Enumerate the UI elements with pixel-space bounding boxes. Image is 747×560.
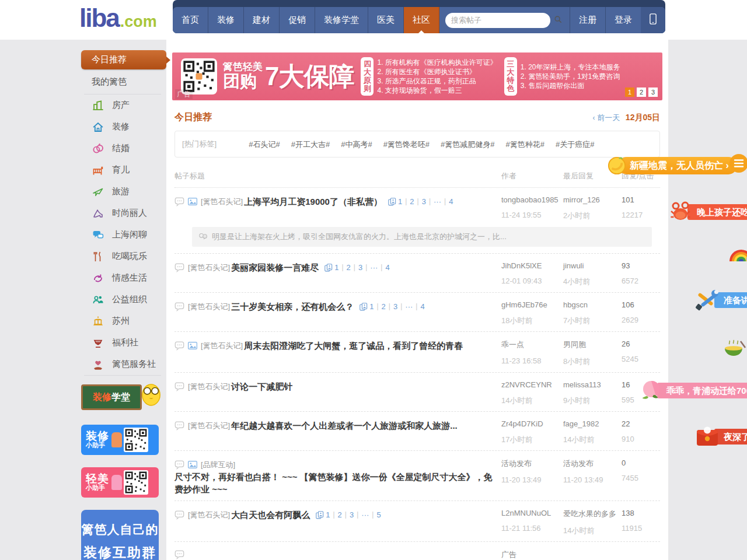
sidebar-item-公益组织[interactable]: 公益组织 <box>76 289 167 310</box>
hot-tag[interactable]: #开工大吉# <box>291 140 330 149</box>
last-reply-name[interactable]: 活动发布 <box>563 459 622 469</box>
post-title-link[interactable]: 美丽家园装修一言难尽 <box>231 261 319 274</box>
page-link[interactable]: 4 <box>385 261 389 274</box>
notice-peach[interactable]: 乖乖，青浦动迁给700万 <box>640 379 747 402</box>
author-name[interactable]: tongbaobao1985 <box>501 195 563 204</box>
page-link[interactable]: 1 <box>326 509 330 521</box>
sidebar-item-时尚丽人[interactable]: 时尚丽人 <box>76 202 167 224</box>
last-reply-name[interactable]: melissa113 <box>563 380 622 389</box>
page-link[interactable]: 2 <box>338 509 342 521</box>
page-title: 今日推荐 <box>174 111 212 124</box>
hot-tag[interactable]: #篱笆种花# <box>506 140 544 149</box>
page-link[interactable]: 3 <box>393 300 397 313</box>
ad-page-dot[interactable]: 1 <box>625 88 634 97</box>
hot-tag[interactable]: #中高考# <box>341 140 372 149</box>
page-link[interactable]: 4 <box>420 300 424 313</box>
page-link[interactable]: 5 <box>376 509 381 521</box>
page-link[interactable]: ··· <box>405 300 413 313</box>
post-title-link[interactable]: 三十岁美女相亲，还有机会么？ <box>231 300 354 313</box>
sidebar-item-情感生活[interactable]: 情感生活 <box>76 267 167 289</box>
sidebar-item-福利社[interactable]: 福利社 <box>76 332 167 354</box>
sidebar-item-today[interactable]: 今日推荐 <box>81 50 166 69</box>
author-name[interactable]: 乖一点 <box>501 340 563 350</box>
sidebar-item-育儿[interactable]: 育儿 <box>76 159 167 181</box>
nav-item-装修学堂[interactable]: 装修学堂 <box>315 7 368 33</box>
sidebar-item-my-liba[interactable]: 我的篱笆 <box>76 69 167 94</box>
mobile-app-button[interactable] <box>641 7 665 33</box>
page-link[interactable]: 2 <box>410 195 414 208</box>
page-link[interactable]: ··· <box>434 195 441 208</box>
last-reply-name[interactable]: 爱吃水果的多多 <box>563 509 622 519</box>
post-title-link[interactable]: 周末去阳澄湖吃了大闸蟹，逛了诚品，看到了曾经的青春 <box>244 340 463 352</box>
author-name[interactable]: 广告 <box>501 550 563 560</box>
sidebar-item-label: 上海闲聊 <box>112 229 147 240</box>
last-reply-name[interactable]: jinwuli <box>563 261 622 270</box>
nav-item-建材[interactable]: 建材 <box>244 7 280 33</box>
notice-bag[interactable]: 夜深了 <box>694 425 747 448</box>
post-title-link[interactable]: 尺寸不对，再好看也白搭！ ~~~ 【篱笆装修】送你一份《全屋定制尺寸大全》，免费… <box>174 471 493 495</box>
soup-float[interactable] <box>721 337 747 360</box>
last-reply-name[interactable]: mirror_126 <box>563 195 622 204</box>
sidebar-item-篱笆服务社[interactable]: 篱笆服务社 <box>76 354 167 375</box>
last-reply-name[interactable]: fage_1982 <box>563 419 622 428</box>
sidebar-item-旅游[interactable]: 旅游 <box>76 181 167 202</box>
notice-tools[interactable]: 准备讲 <box>694 288 747 312</box>
author-name[interactable]: 活动发布 <box>501 459 563 469</box>
prev-day-link[interactable]: ‹ 前一天 <box>593 113 620 122</box>
hot-tag[interactable]: #石头记# <box>249 140 280 149</box>
page-link[interactable]: 2 <box>382 300 386 313</box>
top-ad-banner[interactable]: 篱笆轻美 团购 7大保障 四大原则 1. 所有机构有《医疗机构执业许可证》2. … <box>172 52 662 100</box>
post-title-link[interactable]: 年纪越大越喜欢一个人出差或者一个人旅游或和家人旅游... <box>231 419 458 432</box>
menu-fab[interactable] <box>729 153 747 173</box>
page-link[interactable]: 4 <box>449 195 453 208</box>
post-title-link[interactable]: 讨论一下减肥针 <box>231 380 292 393</box>
hot-tag[interactable]: #篱笆减肥健身# <box>441 140 494 149</box>
site-logo[interactable]: liba .com <box>79 4 157 33</box>
ad-page-dot[interactable]: 3 <box>648 88 658 97</box>
sidebar-item-房产[interactable]: 房产 <box>76 94 167 116</box>
login-button[interactable]: 登录 <box>605 7 641 33</box>
post-title-link[interactable]: 大白天也会有阿飘么 <box>231 509 310 521</box>
nav-item-促销[interactable]: 促销 <box>280 7 315 33</box>
author-name[interactable]: Zr4p4D7KiD <box>501 419 563 428</box>
promo-qingmei-helper[interactable]: 轻美小助手 <box>81 467 159 498</box>
page-link[interactable]: 3 <box>358 261 362 274</box>
last-reply-name[interactable]: 男同胞 <box>563 340 622 350</box>
page-link[interactable]: 2 <box>347 261 351 274</box>
promo-school[interactable]: 装修学堂 <box>81 382 159 412</box>
page-link[interactable]: ··· <box>361 509 369 521</box>
hot-tag[interactable]: #关于癌症# <box>556 140 594 149</box>
page-link[interactable]: 3 <box>350 509 354 521</box>
nav-item-装修[interactable]: 装修 <box>208 7 244 33</box>
nav-item-社区[interactable]: 社区 <box>404 7 439 33</box>
search-input[interactable] <box>451 16 554 24</box>
notice-news[interactable]: 新疆地震，无人员伤亡 › <box>608 156 737 175</box>
page-link[interactable]: 3 <box>422 195 426 208</box>
page-link[interactable]: 1 <box>398 195 402 208</box>
post-title-link[interactable]: 上海平均月工资19000了（非私营） <box>244 195 382 208</box>
page-link[interactable]: ··· <box>370 261 378 274</box>
author-name[interactable]: gHm6JEb76e <box>501 300 563 309</box>
last-reply-name[interactable]: hbgscn <box>563 300 622 309</box>
page-link[interactable]: 1 <box>369 300 374 313</box>
page-link[interactable]: 1 <box>334 261 338 274</box>
nav-item-首页[interactable]: 首页 <box>173 7 208 33</box>
sidebar-item-上海闲聊[interactable]: 上海闲聊 <box>76 224 167 246</box>
sidebar-item-装修[interactable]: 装修 <box>76 116 167 138</box>
ad-page-dot[interactable]: 2 <box>637 88 646 97</box>
post-title-cell: [篱笆石头记]年纪越大越喜欢一个人出差或者一个人旅游或和家人旅游... <box>174 419 501 432</box>
author-name[interactable]: JihDnK5lXE <box>501 261 563 270</box>
sidebar-item-吃喝玩乐[interactable]: 吃喝玩乐 <box>76 246 167 267</box>
rainbow-float[interactable] <box>728 246 747 262</box>
register-button[interactable]: 注册 <box>570 7 605 33</box>
nav-item-医美[interactable]: 医美 <box>368 7 404 33</box>
sidebar-item-苏州[interactable]: 苏州 <box>76 310 167 332</box>
search-icon[interactable] <box>554 15 562 26</box>
sidebar-item-结婚[interactable]: 结婚 <box>76 138 167 159</box>
hot-tag[interactable]: #篱笆馋老呸# <box>383 140 430 149</box>
promo-zhuangxiu-helper[interactable]: 装修小助手 <box>81 425 159 455</box>
notice-crab[interactable]: 晚上孩子还吃 <box>669 201 747 222</box>
promo-group[interactable]: 篱笆人自己的装修互助群 <box>81 510 159 560</box>
author-name[interactable]: L2nMNUNuOL <box>501 509 563 517</box>
author-name[interactable]: z2NVRCEYNR <box>501 380 563 389</box>
